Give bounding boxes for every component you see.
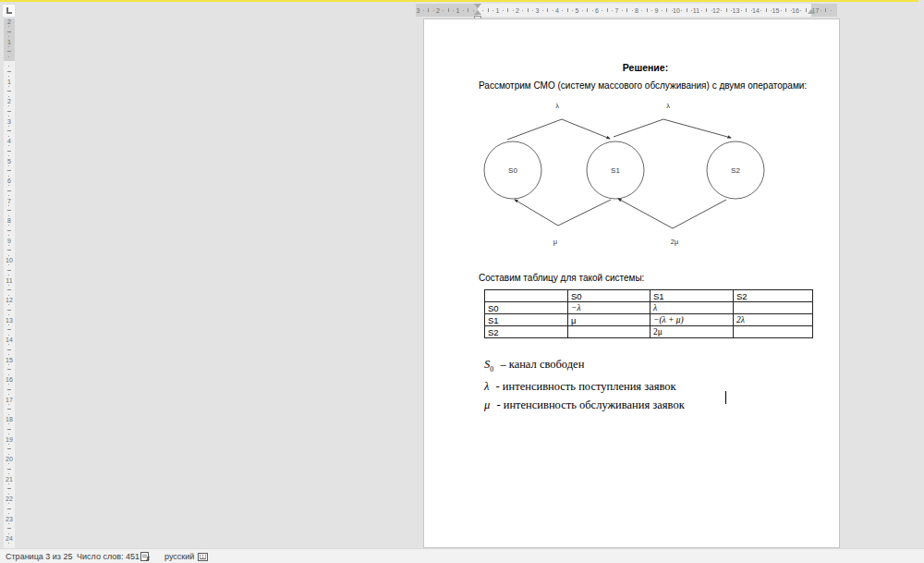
ruler-number: 15 xyxy=(772,7,780,14)
ruler-tick xyxy=(7,429,11,430)
ruler-number: 15 xyxy=(6,356,13,362)
ruler-tick xyxy=(622,10,623,11)
header-cell-s1: S1 xyxy=(650,290,734,302)
ruler-tick xyxy=(672,10,673,11)
ruler-tick xyxy=(7,389,11,390)
ruler-tick xyxy=(8,494,9,495)
ruler-tick xyxy=(8,454,9,455)
row-label: S1 xyxy=(485,314,568,326)
page-indicator[interactable]: Страница 3 из 25 xyxy=(6,552,72,561)
ruler-tick xyxy=(8,116,9,116)
ruler-tick xyxy=(8,165,9,166)
table-caption: Составим таблицу для такой системы: xyxy=(479,273,644,283)
ruler-tick xyxy=(423,10,424,11)
ruler-tick xyxy=(7,250,11,251)
ruler-tick xyxy=(681,10,682,11)
horizontal-ruler[interactable]: 1231234567891011121314151617 xyxy=(416,4,837,17)
definition-text: - интенсивность поступления заявок xyxy=(496,380,676,393)
ruler-tick xyxy=(687,8,687,12)
header-cell-s2: S2 xyxy=(734,290,813,302)
ruler-tick xyxy=(8,176,9,177)
ruler-tick xyxy=(607,8,608,12)
ruler-tick xyxy=(800,10,801,11)
ruler-tick xyxy=(8,423,9,424)
symbol-lambda: λ xyxy=(484,380,489,393)
ruler-tick xyxy=(751,10,752,11)
ruler-tick xyxy=(443,10,444,11)
ruler-tick xyxy=(7,448,11,449)
window-accent-strip xyxy=(0,0,918,2)
text-cursor xyxy=(725,391,726,404)
ruler-tick xyxy=(8,543,9,544)
ruler-tick xyxy=(8,76,9,77)
state-label-s0: S0 xyxy=(508,166,517,175)
ruler-number: 5 xyxy=(576,7,579,14)
ruler-tick xyxy=(482,10,483,11)
ruler-tick xyxy=(7,190,11,191)
ruler-number: 17 xyxy=(812,7,820,14)
cell-s1-s0: μ xyxy=(568,314,650,326)
ruler-number: 16 xyxy=(792,7,799,14)
ruler-tick xyxy=(8,245,9,246)
document-page[interactable]: Решение: Рассмотрим СМО (систему массово… xyxy=(423,18,840,548)
ruler-tick xyxy=(7,289,11,290)
ruler-tick xyxy=(463,10,464,11)
language-indicator[interactable]: русский xyxy=(164,552,194,561)
vertical-ruler[interactable]: 1212345678910111213141516171819202122232… xyxy=(4,18,15,548)
cell-s2-s0 xyxy=(568,326,650,338)
ruler-tick xyxy=(721,10,722,11)
ruler-tick xyxy=(453,10,454,11)
ruler-tick xyxy=(8,86,9,87)
ruler-number: 13 xyxy=(6,316,13,323)
ruler-tick xyxy=(602,10,602,11)
ruler-number: 8 xyxy=(7,217,11,224)
ruler-tick xyxy=(7,488,11,489)
table-row: S1 μ −(λ + μ) 2λ xyxy=(485,314,813,326)
status-bar: Страница 3 из 25 Число слов: 451 русский xyxy=(0,548,924,563)
ruler-number: 11 xyxy=(693,7,699,14)
rate-label-lambda-1: λ xyxy=(555,102,559,110)
transition-table: S0 S1 S2 S0 −λ λ S1 μ −(λ + μ) 2λ S2 2μ xyxy=(484,289,813,338)
ruler-tick xyxy=(8,46,9,47)
ruler-tick xyxy=(7,111,11,112)
ruler-number: 1 xyxy=(7,38,11,44)
rate-label-2mu: 2μ xyxy=(671,238,679,246)
ruler-number: 21 xyxy=(6,475,13,482)
ruler-tick xyxy=(8,264,9,265)
ruler-tick xyxy=(8,344,9,345)
ruler-tick xyxy=(8,404,9,405)
definition-lambda: λ - интенсивность поступления заявок xyxy=(484,380,676,396)
ruler-tick xyxy=(7,469,11,470)
ruler-tick xyxy=(468,8,468,12)
ruler-tick xyxy=(8,374,9,375)
ruler-tick xyxy=(567,8,568,12)
ruler-tick xyxy=(731,10,732,11)
ruler-tick xyxy=(632,10,633,11)
ruler-number: 14 xyxy=(752,7,760,14)
macro-record-icon[interactable] xyxy=(198,553,208,561)
ruler-tick xyxy=(612,10,613,11)
ruler-number: 3 xyxy=(536,7,540,14)
ruler-tick xyxy=(507,8,508,12)
ruler-number: 2 xyxy=(7,98,11,104)
ruler-tick xyxy=(8,56,9,57)
definition-mu: μ - интенсивность обслуживания заявок xyxy=(484,398,685,414)
header-cell-s0: S0 xyxy=(568,290,650,302)
ruler-tick xyxy=(587,8,588,12)
header-cell-empty xyxy=(485,290,568,302)
ruler-tick xyxy=(8,215,9,216)
proofing-errors-icon[interactable] xyxy=(140,552,149,561)
ruler-number: 5 xyxy=(7,157,11,164)
ruler-tick xyxy=(503,10,504,11)
cell-s2-s1: 2μ xyxy=(650,326,734,338)
ruler-number: 4 xyxy=(555,7,559,14)
tab-selector[interactable] xyxy=(2,4,16,18)
ruler-tick xyxy=(666,8,667,12)
ruler-tick xyxy=(8,444,9,445)
tab-stop-icon xyxy=(6,7,12,14)
ruler-tick xyxy=(428,8,429,12)
word-count[interactable]: Число слов: 451 xyxy=(77,552,140,561)
ruler-tick xyxy=(7,130,11,131)
ruler-number: 9 xyxy=(7,237,11,243)
table-row: S2 2μ xyxy=(485,326,813,338)
